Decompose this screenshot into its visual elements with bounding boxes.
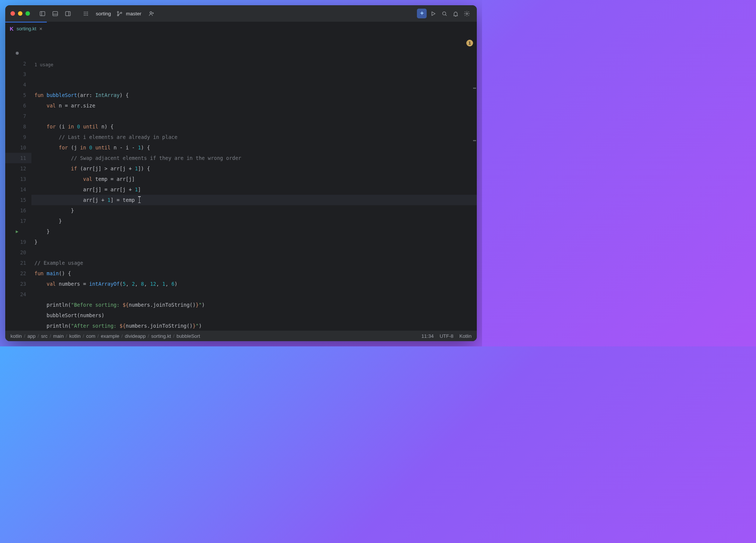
notifications-icon[interactable] <box>451 9 460 18</box>
code-line[interactable]: val n = arr.size <box>31 100 477 111</box>
svg-point-18 <box>150 12 152 13</box>
line-number: 22 <box>5 268 31 279</box>
line-number: 21 <box>5 258 31 268</box>
breadcrumb-separator: / <box>48 333 52 339</box>
breadcrumb-segment[interactable]: bubbleSort <box>177 333 200 339</box>
code-line[interactable]: // Example usage <box>31 258 477 268</box>
code-line[interactable] <box>31 111 477 121</box>
breadcrumb-segment[interactable]: kotlin <box>10 333 22 339</box>
kotlin-file-icon: K <box>10 26 13 32</box>
svg-point-11 <box>87 13 88 14</box>
file-encoding[interactable]: UTF-8 <box>440 333 454 339</box>
code-line[interactable]: } <box>31 226 477 237</box>
line-number: 17 <box>5 216 31 226</box>
code-line[interactable]: for (i in 0 until n) { <box>31 121 477 132</box>
code-line[interactable]: fun bubbleSort(arr: IntArray) { <box>31 90 477 100</box>
branch-name[interactable]: master <box>126 11 144 16</box>
breadcrumb-separator: / <box>146 333 150 339</box>
line-number: 6 <box>5 100 31 111</box>
code-line[interactable]: println("Before sorting: ${numbers.joinT… <box>31 300 477 310</box>
usage-hint[interactable]: 1 usage <box>31 61 477 69</box>
settings-icon[interactable] <box>462 9 472 18</box>
svg-point-22 <box>442 12 446 15</box>
add-user-icon[interactable] <box>147 9 156 18</box>
code-line[interactable]: } <box>31 216 477 226</box>
svg-point-7 <box>85 12 86 12</box>
line-number: 12 <box>5 163 31 174</box>
titlebar: sorting master <box>5 5 477 22</box>
project-name[interactable]: sorting <box>94 11 113 16</box>
panel-left-icon[interactable] <box>37 9 47 18</box>
svg-point-10 <box>85 13 86 14</box>
cursor-position[interactable]: 11:34 <box>421 333 434 339</box>
scrollbar[interactable] <box>472 35 477 331</box>
breadcrumb-separator: / <box>36 333 40 339</box>
svg-point-17 <box>121 12 122 13</box>
run-icon[interactable] <box>428 9 438 18</box>
code-line[interactable]: // Swap adjacent elements if they are in… <box>31 153 477 163</box>
search-icon[interactable] <box>439 9 449 18</box>
line-number: 7 <box>5 111 31 121</box>
line-number: 2 <box>5 58 31 69</box>
branch-icon[interactable] <box>116 9 123 18</box>
breadcrumb-separator: / <box>96 333 100 339</box>
line-number: 23 <box>5 279 31 289</box>
breadcrumb-segment[interactable]: divideapp <box>125 333 146 339</box>
line-number: 20 <box>5 247 31 258</box>
code-line[interactable]: for (j in 0 until n - i - 1) { <box>31 142 477 153</box>
svg-point-24 <box>466 13 467 14</box>
tab-filename: sorting.kt <box>16 26 36 31</box>
code-line[interactable] <box>31 247 477 258</box>
breakpoint-dot-icon[interactable] <box>16 52 19 55</box>
window-controls <box>10 11 30 16</box>
apps-grid-icon[interactable] <box>81 9 91 18</box>
code-line[interactable]: println("After sorting: ${numbers.joinTo… <box>31 321 477 331</box>
svg-point-15 <box>118 11 119 13</box>
line-number: 10 <box>5 142 31 153</box>
breadcrumb-separator: / <box>172 333 176 339</box>
line-number: ▶ <box>5 226 31 237</box>
code-line[interactable]: fun main() { <box>31 268 477 279</box>
code-line[interactable]: bubbleSort(numbers) <box>31 310 477 321</box>
code-line[interactable]: val numbers = intArrayOf(5, 2, 8, 12, 1,… <box>31 279 477 289</box>
tab-sorting-kt[interactable]: K sorting.kt × <box>5 22 47 35</box>
code-line[interactable]: // Last i elements are already in place <box>31 132 477 142</box>
code-line[interactable]: arr[j + 1] = temp <box>31 195 477 205</box>
line-number: 3 <box>5 69 31 79</box>
code-content[interactable]: 1 usage fun bubbleSort(arr: IntArray) { … <box>31 35 477 331</box>
panel-bottom-icon[interactable] <box>50 9 60 18</box>
run-gutter-icon[interactable]: ▶ <box>16 226 18 237</box>
maximize-window-button[interactable] <box>25 11 30 16</box>
code-line[interactable]: if (arr[j] > arr[j + 1]) { <box>31 163 477 174</box>
code-line[interactable]: val temp = arr[j] <box>31 174 477 184</box>
line-number: 4 <box>5 79 31 90</box>
line-number <box>5 48 31 58</box>
breadcrumb-segment[interactable]: com <box>86 333 95 339</box>
ai-assistant-icon[interactable] <box>417 9 427 18</box>
breadcrumb-segment[interactable]: sorting.kt <box>151 333 171 339</box>
svg-rect-0 <box>40 11 45 15</box>
svg-point-9 <box>84 13 85 14</box>
code-line[interactable] <box>31 289 477 300</box>
breadcrumb-segment[interactable]: example <box>101 333 119 339</box>
breadcrumb-separator: / <box>64 333 68 339</box>
breadcrumb-segment[interactable]: kotlin <box>69 333 80 339</box>
breadcrumb-segment[interactable]: app <box>27 333 36 339</box>
close-tab-icon[interactable]: × <box>39 26 42 32</box>
panel-right-icon[interactable] <box>63 9 73 18</box>
svg-point-12 <box>84 15 85 15</box>
editor[interactable]: 234567891011121314151617▶192021222324 1 … <box>5 35 477 331</box>
breadcrumb-segment[interactable]: main <box>53 333 64 339</box>
breadcrumb-segment[interactable]: src <box>41 333 48 339</box>
code-line[interactable]: } <box>31 205 477 216</box>
statusbar: kotlin / app / src / main / kotlin / com… <box>5 331 477 341</box>
gutter: 234567891011121314151617▶192021222324 <box>5 35 31 331</box>
file-language[interactable]: Kotlin <box>459 333 472 339</box>
close-window-button[interactable] <box>10 11 15 16</box>
code-line[interactable]: arr[j] = arr[j + 1] <box>31 184 477 195</box>
line-number: 11 <box>5 153 31 163</box>
svg-rect-2 <box>53 11 58 15</box>
code-line[interactable]: } <box>31 237 477 247</box>
breadcrumbs[interactable]: kotlin / app / src / main / kotlin / com… <box>10 333 200 339</box>
minimize-window-button[interactable] <box>18 11 22 16</box>
